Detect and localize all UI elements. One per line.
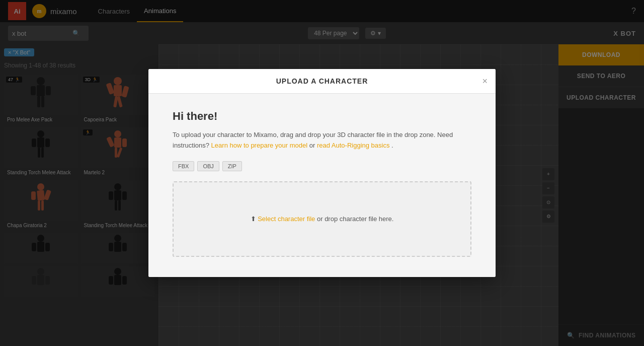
modal-title: UPLOAD A CHARACTER	[276, 77, 368, 85]
modal-desc-end: .	[391, 142, 393, 149]
modal-link-autorig[interactable]: read Auto-Rigging basics	[317, 142, 390, 149]
modal-close-button[interactable]: ×	[482, 77, 488, 86]
modal-greeting: Hi there!	[173, 110, 471, 123]
modal-link-prepare[interactable]: Learn how to prepare your model	[211, 142, 308, 149]
modal-overlay: UPLOAD A CHARACTER × Hi there! To upload…	[0, 0, 644, 346]
drop-zone[interactable]: ⬆ Select character file or drop characte…	[173, 181, 471, 257]
select-file-link[interactable]: Select character file	[258, 215, 315, 223]
format-tags: FBX OBJ ZIP	[173, 161, 471, 171]
drop-zone-text: ⬆ Select character file or drop characte…	[251, 215, 394, 223]
upload-modal: UPLOAD A CHARACTER × Hi there! To upload…	[148, 69, 496, 277]
modal-header: UPLOAD A CHARACTER ×	[148, 69, 496, 94]
format-obj: OBJ	[197, 161, 219, 171]
modal-desc-or: or	[309, 142, 317, 149]
format-fbx: FBX	[173, 161, 194, 171]
modal-body: Hi there! To upload your character to Mi…	[148, 94, 496, 277]
format-zip: ZIP	[222, 161, 242, 171]
upload-arrow-icon: ⬆	[251, 215, 258, 223]
drop-text-rest: or drop character file here.	[317, 215, 393, 223]
modal-description: To upload your character to Mixamo, drag…	[173, 130, 471, 151]
